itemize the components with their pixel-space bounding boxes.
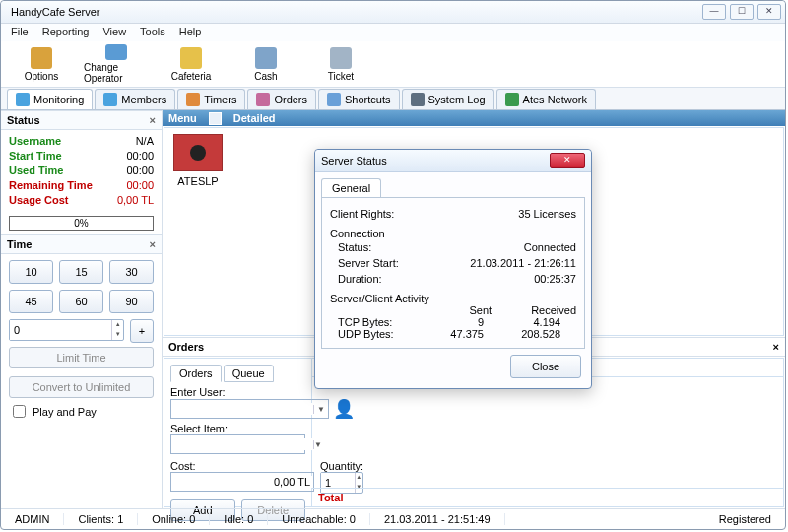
close-button[interactable]: ✕	[757, 4, 781, 20]
dialog-close-button[interactable]: Close	[510, 355, 581, 378]
client-ateslp[interactable]: ATESLP	[170, 134, 226, 187]
sb-admin: ADMIN	[1, 513, 64, 525]
toolbar-ticket[interactable]: Ticket	[308, 44, 373, 84]
options-icon	[31, 47, 52, 69]
sidebar: Status × UsernameN/AStart Time00:00Used …	[1, 110, 163, 508]
sb-online: Online: 0	[138, 513, 210, 525]
order-form: OrdersQueue Enter User: ▼ 👤 Select Item:…	[164, 359, 312, 506]
order-total: Total	[312, 488, 783, 506]
orders-tab-orders[interactable]: Orders	[170, 365, 222, 382]
toolbar-options[interactable]: Options	[9, 44, 74, 84]
sb-time: 21.03.2011 - 21:51:49	[370, 513, 505, 525]
status-collapse-icon[interactable]: ×	[150, 114, 156, 126]
window-title: HandyCafe Server	[11, 6, 100, 18]
play-and-pay-label: Play and Pay	[33, 406, 97, 418]
toolbar: OptionsChange OperatorCafeteriaCashTicke…	[1, 41, 785, 87]
time-preset-60[interactable]: 60	[59, 290, 103, 313]
time-presets: 101530456090	[1, 254, 162, 319]
menu-reporting[interactable]: Reporting	[36, 24, 96, 41]
cafeteria-icon	[180, 47, 202, 69]
sb-unreachable: Unreachable: 0	[268, 513, 370, 525]
tab-monitoring[interactable]: Monitoring	[7, 89, 93, 109]
tab-shortcuts[interactable]: Shortcuts	[318, 89, 399, 109]
tab-timers[interactable]: Timers	[177, 89, 245, 109]
enter-user-label: Enter User:	[170, 386, 305, 398]
toolbar-change-operator[interactable]: Change Operator	[84, 44, 149, 84]
dialog-close-icon[interactable]: ✕	[550, 153, 585, 168]
dialog-title: Server Status	[321, 155, 387, 166]
ticket-icon	[330, 47, 352, 69]
select-item-combo[interactable]: ▼	[170, 434, 305, 454]
tab-members[interactable]: Members	[95, 89, 175, 109]
tab-orders[interactable]: Orders	[247, 89, 316, 109]
client-name: ATESLP	[170, 175, 226, 187]
sb-idle: Idle: 0	[210, 513, 268, 525]
maximize-button[interactable]: ☐	[730, 4, 754, 20]
time-spinner-input[interactable]	[10, 320, 111, 340]
toolbar-cash[interactable]: Cash	[233, 44, 298, 84]
time-panel-header: Time ×	[1, 234, 162, 254]
client-thumb-icon	[173, 134, 223, 171]
view-bar: Menu Detailed	[163, 110, 785, 126]
time-preset-30[interactable]: 30	[109, 260, 154, 284]
toolbar-cafeteria[interactable]: Cafeteria	[159, 44, 224, 84]
tab-ates-network[interactable]: Ates Network	[496, 89, 596, 109]
time-spinner[interactable]: ▲▼	[9, 319, 124, 341]
minimize-button[interactable]: —	[702, 4, 726, 20]
enter-user-combo[interactable]: ▼	[170, 399, 329, 419]
select-item-label: Select Item:	[170, 423, 305, 434]
time-add-button[interactable]: +	[130, 319, 154, 343]
tab-system-log[interactable]: System Log	[402, 89, 494, 109]
time-title: Time	[7, 238, 32, 250]
play-and-pay-checkbox[interactable]	[13, 405, 26, 418]
detailed-checkbox[interactable]	[209, 112, 222, 125]
tab-bar: MonitoringMembersTimersOrdersShortcutsSy…	[1, 87, 785, 110]
sb-clients: Clients: 1	[64, 513, 138, 525]
menu-tools[interactable]: Tools	[134, 24, 171, 41]
menu-file[interactable]: File	[5, 24, 34, 41]
status-grid: UsernameN/AStart Time00:00Used Time00:00…	[1, 130, 162, 212]
change-operator-icon	[105, 44, 127, 60]
orders-collapse-icon[interactable]: ×	[773, 341, 779, 353]
limit-time-button[interactable]: Limit Time	[9, 347, 154, 368]
cost-field[interactable]	[170, 472, 314, 492]
menu-view[interactable]: View	[97, 24, 132, 41]
detailed-label: Detailed	[233, 112, 276, 124]
title-bar: HandyCafe Server — ☐ ✕	[1, 1, 785, 24]
time-preset-45[interactable]: 45	[9, 290, 53, 313]
time-preset-10[interactable]: 10	[9, 260, 53, 284]
status-bar: ADMIN Clients: 1 Online: 0 Idle: 0 Unrea…	[1, 508, 785, 529]
menu-label[interactable]: Menu	[168, 112, 197, 124]
dialog-tab-general[interactable]: General	[321, 178, 381, 197]
cash-icon	[255, 47, 277, 69]
time-preset-90[interactable]: 90	[109, 290, 154, 313]
menu-bar: FileReportingViewToolsHelp	[1, 24, 785, 41]
convert-unlimited-button[interactable]: Convert to Unlimited	[9, 376, 154, 398]
orders-tab-queue[interactable]: Queue	[224, 365, 274, 382]
time-preset-15[interactable]: 15	[59, 260, 103, 284]
progress-bar: 0%	[9, 216, 154, 231]
status-panel-header: Status ×	[1, 110, 162, 130]
sb-registered: Registered	[705, 513, 785, 525]
menu-help[interactable]: Help	[173, 24, 208, 41]
time-collapse-icon[interactable]: ×	[150, 238, 156, 250]
status-title: Status	[7, 114, 40, 126]
server-status-dialog: Server Status ✕ General Client Rights:35…	[314, 149, 592, 389]
